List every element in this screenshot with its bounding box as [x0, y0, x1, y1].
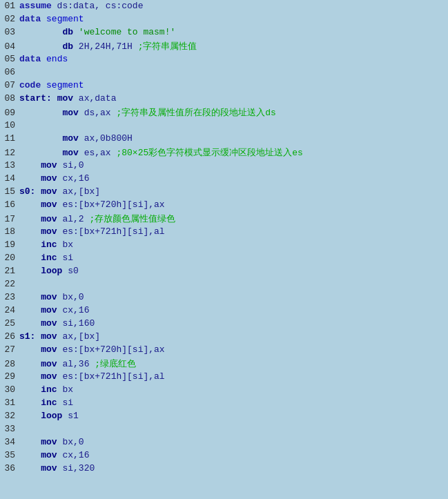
- line-text: db 'welcome to masm!': [19, 27, 448, 37]
- line-text: mov si,320: [19, 463, 448, 473]
- line-text: start: mov ax,data: [19, 93, 448, 104]
- line-number: 10: [0, 120, 19, 130]
- code-line: 24 mov cx,16: [0, 304, 448, 317]
- code-line: 27 mov es:[bx+720h][si],ax: [0, 344, 448, 357]
- code-line: 17 mov al,2 ;存放颜色属性值绿色: [0, 212, 448, 226]
- line-text: assume ds:data, cs:code: [19, 1, 448, 11]
- line-text: loop s1: [19, 411, 448, 421]
- code-line: 21 loop s0: [0, 265, 448, 278]
- code-line: 15s0: mov ax,[bx]: [0, 186, 448, 199]
- code-line: 31 inc si: [0, 397, 448, 410]
- line-text: inc bx: [19, 239, 448, 250]
- code-line: 04 db 2H,24H,71H ;字符串属性值: [0, 39, 448, 53]
- code-line: 32 loop s1: [0, 410, 448, 423]
- line-text: data segment: [19, 14, 448, 24]
- code-line: 34 mov bx,0: [0, 436, 448, 449]
- line-number: 26: [0, 331, 19, 342]
- line-text: mov es,ax ;80×25彩色字符模式显示缓冲区段地址送入es: [19, 146, 448, 159]
- line-number: 32: [0, 411, 19, 421]
- line-number: 13: [0, 160, 19, 170]
- code-line: 13 mov si,0: [0, 159, 448, 173]
- line-text: mov ax,0b800H: [19, 133, 448, 144]
- code-line: 25 mov si,160: [0, 317, 448, 331]
- code-line: 29 mov es:[bx+721h][si],al: [0, 371, 448, 384]
- line-number: 24: [0, 305, 19, 315]
- line-number: 12: [0, 148, 19, 158]
- line-number: 33: [0, 424, 19, 434]
- code-line: 01assume ds:data, cs:code: [0, 0, 448, 13]
- line-number: 04: [0, 41, 19, 52]
- line-number: 01: [0, 1, 19, 11]
- code-line: 10: [0, 119, 448, 133]
- line-text: inc si: [19, 253, 448, 263]
- line-text: mov cx,16: [19, 173, 448, 184]
- line-number: 31: [0, 398, 19, 408]
- code-line: 07code segment: [0, 79, 448, 92]
- line-number: 11: [0, 133, 19, 144]
- code-line: 30 inc bx: [0, 384, 448, 397]
- line-number: 35: [0, 450, 19, 460]
- line-number: 16: [0, 199, 19, 210]
- code-editor: 01assume ds:data, cs:code02data segment0…: [0, 0, 448, 499]
- code-line: 12 mov es,ax ;80×25彩色字符模式显示缓冲区段地址送入es: [0, 146, 448, 159]
- code-line: 36 mov si,320: [0, 462, 448, 476]
- line-number: 20: [0, 253, 19, 263]
- code-line: 22: [0, 278, 448, 291]
- line-number: 27: [0, 344, 19, 355]
- line-number: 25: [0, 318, 19, 329]
- line-number: 15: [0, 186, 19, 197]
- line-text: mov al,2 ;存放颜色属性值绿色: [19, 213, 448, 225]
- code-line: 05data ends: [0, 53, 448, 66]
- line-text: mov bx,0: [19, 437, 448, 447]
- line-number: 22: [0, 279, 19, 289]
- code-line: 19 inc bx: [0, 239, 448, 252]
- line-text: mov ds,ax ;字符串及属性值所在段的段地址送入ds: [19, 106, 448, 119]
- line-number: 05: [0, 54, 19, 64]
- line-number: 23: [0, 292, 19, 302]
- line-number: 17: [0, 214, 19, 224]
- line-text: code segment: [19, 80, 448, 90]
- code-line: 06: [0, 66, 448, 79]
- line-text: mov bx,0: [19, 292, 448, 302]
- line-text: loop s0: [19, 266, 448, 276]
- code-line: 16 mov es:[bx+720h][si],ax: [0, 199, 448, 212]
- line-number: 36: [0, 463, 19, 473]
- code-line: 08start: mov ax,data: [0, 92, 448, 106]
- code-line: 28 mov al,36 ;绿底红色: [0, 357, 448, 371]
- line-text: mov es:[bx+720h][si],ax: [19, 199, 448, 210]
- line-number: 19: [0, 239, 19, 250]
- line-text: mov si,160: [19, 318, 448, 329]
- code-line: 11 mov ax,0b800H: [0, 133, 448, 146]
- line-text: inc bx: [19, 384, 448, 395]
- code-line: 09 mov ds,ax ;字符串及属性值所在段的段地址送入ds: [0, 106, 448, 119]
- line-text: mov cx,16: [19, 305, 448, 315]
- line-text: db 2H,24H,71H ;字符串属性值: [19, 40, 448, 52]
- line-text: data ends: [19, 54, 448, 64]
- code-line: 26s1: mov ax,[bx]: [0, 331, 448, 344]
- line-text: s1: mov ax,[bx]: [19, 331, 448, 342]
- code-line: 02data segment: [0, 13, 448, 26]
- line-text: mov cx,16: [19, 450, 448, 460]
- line-number: 21: [0, 266, 19, 276]
- line-number: 07: [0, 80, 19, 90]
- code-line: 18 mov es:[bx+721h][si],al: [0, 226, 448, 239]
- code-line: 14 mov cx,16: [0, 173, 448, 186]
- line-text: mov es:[bx+720h][si],ax: [19, 344, 448, 355]
- line-text: mov es:[bx+721h][si],al: [19, 371, 448, 382]
- code-line: 03 db 'welcome to masm!': [0, 26, 448, 39]
- code-line: 20 inc si: [0, 252, 448, 265]
- line-number: 08: [0, 93, 19, 104]
- line-number: 14: [0, 173, 19, 184]
- line-number: 34: [0, 437, 19, 447]
- line-number: 30: [0, 384, 19, 395]
- line-text: mov si,0: [19, 160, 448, 170]
- line-number: 06: [0, 67, 19, 77]
- line-text: mov es:[bx+721h][si],al: [19, 226, 448, 237]
- line-number: 03: [0, 27, 19, 37]
- line-number: 18: [0, 226, 19, 237]
- code-line: 35 mov cx,16: [0, 449, 448, 462]
- line-number: 28: [0, 359, 19, 369]
- line-text: mov al,36 ;绿底红色: [19, 358, 448, 370]
- line-text: s0: mov ax,[bx]: [19, 186, 448, 197]
- line-number: 09: [0, 108, 19, 118]
